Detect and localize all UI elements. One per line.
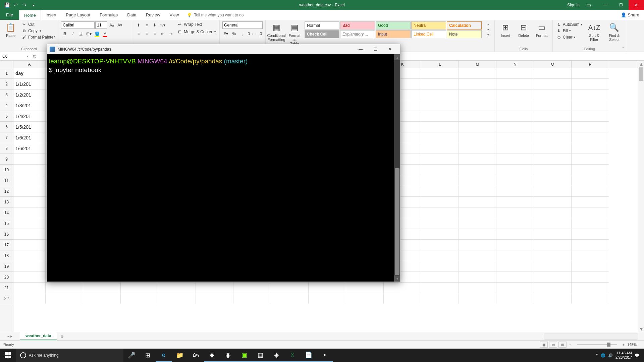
cell-M2[interactable]: [459, 79, 496, 89]
cell-N11[interactable]: [496, 175, 534, 186]
cell-J22[interactable]: [346, 293, 384, 304]
cut-button[interactable]: ✂Cut: [21, 21, 55, 27]
bold-button[interactable]: B: [61, 30, 68, 38]
redo-icon[interactable]: ↷: [21, 2, 28, 8]
terminal-minimize-button[interactable]: —: [353, 44, 368, 54]
cell-A11[interactable]: [13, 175, 46, 186]
cell-O16[interactable]: [534, 229, 572, 240]
cell-A10[interactable]: [13, 165, 46, 175]
cell-F22[interactable]: [196, 293, 233, 304]
cell-L6[interactable]: [421, 122, 459, 132]
column-header-N[interactable]: N: [496, 61, 534, 68]
cell-M1[interactable]: [459, 68, 496, 79]
style-check-cell[interactable]: Check Cell: [305, 30, 339, 38]
cell-A3[interactable]: 1/2/201: [13, 89, 46, 100]
cell-P18[interactable]: [572, 250, 609, 261]
row-header-4[interactable]: 4: [0, 100, 13, 111]
cell-N12[interactable]: [496, 186, 534, 197]
cell-O11[interactable]: [534, 175, 572, 186]
decrease-font-button[interactable]: A▾: [116, 21, 123, 29]
cell-L15[interactable]: [421, 218, 459, 229]
cell-L8[interactable]: [421, 143, 459, 154]
cell-O7[interactable]: [534, 132, 572, 143]
styles-scroll-down[interactable]: ▾: [484, 27, 492, 32]
cell-M14[interactable]: [459, 207, 496, 218]
column-header-O[interactable]: O: [534, 61, 572, 68]
cell-E21[interactable]: [158, 283, 196, 293]
page-layout-tab[interactable]: Page Layout: [61, 10, 95, 20]
cell-A12[interactable]: [13, 186, 46, 197]
column-header-A[interactable]: A: [13, 61, 46, 68]
cell-N16[interactable]: [496, 229, 534, 240]
cell-M5[interactable]: [459, 111, 496, 122]
cell-O14[interactable]: [534, 207, 572, 218]
cell-N9[interactable]: [496, 154, 534, 165]
cell-A18[interactable]: [13, 250, 46, 261]
cell-A6[interactable]: 1/5/201: [13, 122, 46, 132]
taskbar-file-explorer-icon[interactable]: 📁: [172, 349, 188, 362]
cell-N18[interactable]: [496, 250, 534, 261]
styles-scroll-up[interactable]: ▴: [484, 21, 492, 27]
align-left-button[interactable]: ≡: [135, 30, 142, 38]
cell-P20[interactable]: [572, 272, 609, 283]
cell-A13[interactable]: [13, 197, 46, 207]
row-header-5[interactable]: 5: [0, 111, 13, 122]
cell-O22[interactable]: [534, 293, 572, 304]
cell-P5[interactable]: [572, 111, 609, 122]
zoom-level[interactable]: 145%: [627, 343, 641, 347]
cell-O18[interactable]: [534, 250, 572, 261]
zoom-thumb[interactable]: [607, 343, 610, 347]
terminal-scroll-up-icon[interactable]: ▴: [394, 54, 400, 60]
cell-M19[interactable]: [459, 261, 496, 272]
tray-network-icon[interactable]: 🌐: [601, 353, 605, 358]
cell-L5[interactable]: [421, 111, 459, 122]
cell-N3[interactable]: [496, 89, 534, 100]
cell-L4[interactable]: [421, 100, 459, 111]
start-button[interactable]: [0, 349, 16, 362]
decrease-indent-button[interactable]: ⇤: [159, 30, 166, 38]
taskbar-app1-icon[interactable]: ▣: [236, 349, 252, 362]
cell-L22[interactable]: [421, 293, 459, 304]
cell-A8[interactable]: 1/6/201: [13, 143, 46, 154]
cell-K21[interactable]: [384, 283, 421, 293]
cell-N5[interactable]: [496, 111, 534, 122]
style-normal[interactable]: Normal: [305, 21, 339, 29]
clear-button[interactable]: ◇Clear▾: [555, 34, 583, 40]
cell-N7[interactable]: [496, 132, 534, 143]
cell-N6[interactable]: [496, 122, 534, 132]
row-header-17[interactable]: 17: [0, 240, 13, 250]
cell-N14[interactable]: [496, 207, 534, 218]
cell-P16[interactable]: [572, 229, 609, 240]
taskbar-terminal-icon[interactable]: ▪: [317, 349, 333, 362]
column-header-M[interactable]: M: [459, 61, 496, 68]
zoom-in-button[interactable]: +: [621, 343, 626, 347]
cell-D21[interactable]: [121, 283, 158, 293]
cell-O21[interactable]: [534, 283, 572, 293]
style-explanatory[interactable]: Explanatory ...: [340, 30, 375, 38]
cell-P19[interactable]: [572, 261, 609, 272]
taskbar-app2-icon[interactable]: ▦: [252, 349, 268, 362]
decrease-decimal-button[interactable]: ←.0: [255, 30, 262, 38]
cell-B22[interactable]: [46, 293, 83, 304]
row-header-12[interactable]: 12: [0, 186, 13, 197]
increase-decimal-button[interactable]: .0→: [247, 30, 254, 38]
cell-L7[interactable]: [421, 132, 459, 143]
row-header-11[interactable]: 11: [0, 175, 13, 186]
cell-M9[interactable]: [459, 154, 496, 165]
cell-A15[interactable]: [13, 218, 46, 229]
cell-M3[interactable]: [459, 89, 496, 100]
zoom-slider[interactable]: [577, 344, 617, 345]
cell-N2[interactable]: [496, 79, 534, 89]
cell-L17[interactable]: [421, 240, 459, 250]
delete-cells-button[interactable]: ⊟Delete: [516, 21, 532, 38]
cell-N15[interactable]: [496, 218, 534, 229]
add-sheet-button[interactable]: ⊕: [57, 332, 67, 340]
cell-M20[interactable]: [459, 272, 496, 283]
copy-button[interactable]: ⧉Copy▾: [21, 28, 55, 34]
row-header-1[interactable]: 1: [0, 68, 13, 79]
cell-A4[interactable]: 1/3/201: [13, 100, 46, 111]
view-page-break-button[interactable]: ⊞: [558, 342, 567, 348]
cell-G21[interactable]: [233, 283, 271, 293]
taskbar-chrome-icon[interactable]: ◉: [220, 349, 236, 362]
row-header-20[interactable]: 20: [0, 272, 13, 283]
